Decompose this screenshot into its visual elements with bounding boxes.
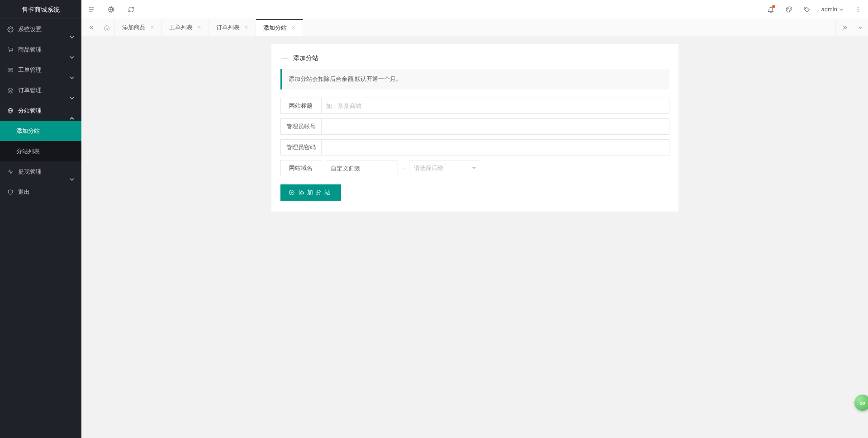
topbar: admin xyxy=(81,0,868,19)
input-site-title[interactable] xyxy=(321,98,669,114)
content-area: 添加分站 添加分站会扣除后台余额,默认开通一个月。 网站标题 管理员帐号 管理员… xyxy=(81,36,868,438)
tab-add-substation[interactable]: 添加分站 ✕ xyxy=(256,19,303,36)
tab-next-button[interactable] xyxy=(835,19,852,36)
theme-icon[interactable] xyxy=(785,6,792,13)
label-admin-user: 管理员帐号 xyxy=(280,118,321,135)
label-domain: 网站域名 xyxy=(280,160,321,176)
layers-icon xyxy=(7,87,14,94)
svg-point-7 xyxy=(858,7,859,8)
ticket-icon xyxy=(7,67,14,73)
main: admin 添加商品 ✕ 工单列表 ✕ 订单列表 ✕ 添加分站 xyxy=(81,0,868,438)
nav-label: 订单管理 xyxy=(18,80,42,100)
sidebar: 售卡商城系统 系统设置 商品管理 工单管理 订单管理 xyxy=(0,0,81,438)
domain-separator: - xyxy=(403,165,404,172)
svg-point-9 xyxy=(858,11,859,12)
submit-label: 添加分站 xyxy=(299,188,333,197)
nav-label: 系统设置 xyxy=(18,19,42,39)
chevron-up-icon xyxy=(70,108,74,113)
nav-label: 分站管理 xyxy=(18,100,42,121)
nav: 系统设置 商品管理 工单管理 订单管理 分站管理 xyxy=(0,19,81,202)
notification-dot xyxy=(772,5,775,8)
input-admin-pass[interactable] xyxy=(321,139,669,155)
chevron-down-icon xyxy=(70,27,74,32)
activity-icon xyxy=(7,169,14,175)
nav-label: 工单管理 xyxy=(18,60,42,80)
language-icon[interactable] xyxy=(108,6,115,13)
bell-icon[interactable] xyxy=(767,6,774,13)
tab-close-icon[interactable]: ✕ xyxy=(150,24,154,30)
tab-label: 工单列表 xyxy=(169,24,193,32)
svg-point-6 xyxy=(805,8,806,8)
float-badge[interactable]: so xyxy=(854,395,868,411)
tab-close-icon[interactable]: ✕ xyxy=(291,25,295,31)
nav-subitem-add-substation[interactable]: 添加分站 xyxy=(0,121,81,141)
nav-item-substations[interactable]: 分站管理 xyxy=(0,100,81,121)
tab-ticket-list[interactable]: 工单列表 ✕ xyxy=(162,19,209,36)
nav-item-orders[interactable]: 订单管理 xyxy=(0,80,81,100)
label-admin-pass: 管理员密码 xyxy=(280,139,321,155)
user-menu[interactable]: admin xyxy=(821,6,844,13)
label-site-title: 网站标题 xyxy=(280,98,321,114)
refresh-icon[interactable] xyxy=(128,6,135,13)
form-card: 添加分站 添加分站会扣除后台余额,默认开通一个月。 网站标题 管理员帐号 管理员… xyxy=(271,44,678,212)
svg-point-3 xyxy=(787,9,787,9)
tab-menu-button[interactable] xyxy=(852,19,868,36)
svg-point-4 xyxy=(788,8,789,8)
tabbar: 添加商品 ✕ 工单列表 ✕ 订单列表 ✕ 添加分站 ✕ xyxy=(81,19,868,36)
shield-icon xyxy=(7,189,14,195)
nav-subitem-substation-list[interactable]: 分站列表 xyxy=(0,141,81,161)
nav-item-withdraw[interactable]: 提现管理 xyxy=(0,161,81,182)
page-title: 添加分站 xyxy=(279,51,671,69)
chevron-down-icon xyxy=(70,170,74,174)
submit-button[interactable]: 添加分站 xyxy=(280,184,341,201)
tab-close-icon[interactable]: ✕ xyxy=(197,24,201,30)
app-title: 售卡商城系统 xyxy=(0,0,81,19)
user-name: admin xyxy=(821,6,837,13)
tab-label: 添加分站 xyxy=(263,24,287,32)
nav-item-logout[interactable]: 退出 xyxy=(0,182,81,202)
nav-label: 添加分站 xyxy=(16,121,40,141)
tab-add-product[interactable]: 添加商品 ✕ xyxy=(115,19,162,36)
chevron-down-icon xyxy=(70,47,74,52)
tab-label: 添加商品 xyxy=(122,24,146,32)
tab-home[interactable] xyxy=(99,19,115,36)
chevron-down-icon xyxy=(70,68,74,72)
nav-item-tickets[interactable]: 工单管理 xyxy=(0,60,81,80)
select-placeholder: 请选择后缀 xyxy=(414,164,443,172)
input-admin-user[interactable] xyxy=(321,118,669,135)
select-domain-suffix[interactable]: 请选择后缀 xyxy=(409,160,481,176)
tab-prev-button[interactable] xyxy=(86,19,99,36)
nav-label: 分站列表 xyxy=(16,141,40,161)
nav-label: 商品管理 xyxy=(18,39,42,60)
svg-point-5 xyxy=(790,9,790,9)
nav-label: 提现管理 xyxy=(18,161,42,182)
info-alert: 添加分站会扣除后台余额,默认开通一个月。 xyxy=(280,69,669,89)
gear-icon xyxy=(7,26,14,33)
tab-close-icon[interactable]: ✕ xyxy=(244,24,248,30)
chevron-down-icon xyxy=(70,88,74,93)
input-domain-prefix[interactable] xyxy=(326,160,398,176)
svg-point-8 xyxy=(858,9,859,10)
tag-icon[interactable] xyxy=(803,6,811,13)
menu-toggle-icon[interactable] xyxy=(88,6,95,13)
nav-item-products[interactable]: 商品管理 xyxy=(0,39,81,60)
svg-rect-0 xyxy=(8,68,13,71)
plus-circle-icon xyxy=(289,189,295,196)
tab-label: 订单列表 xyxy=(216,24,240,32)
globe-icon xyxy=(7,108,14,114)
tab-order-list[interactable]: 订单列表 ✕ xyxy=(209,19,256,36)
more-icon[interactable] xyxy=(854,6,862,13)
nav-label: 退出 xyxy=(18,182,30,202)
cart-icon xyxy=(7,47,14,53)
nav-item-system[interactable]: 系统设置 xyxy=(0,19,81,39)
